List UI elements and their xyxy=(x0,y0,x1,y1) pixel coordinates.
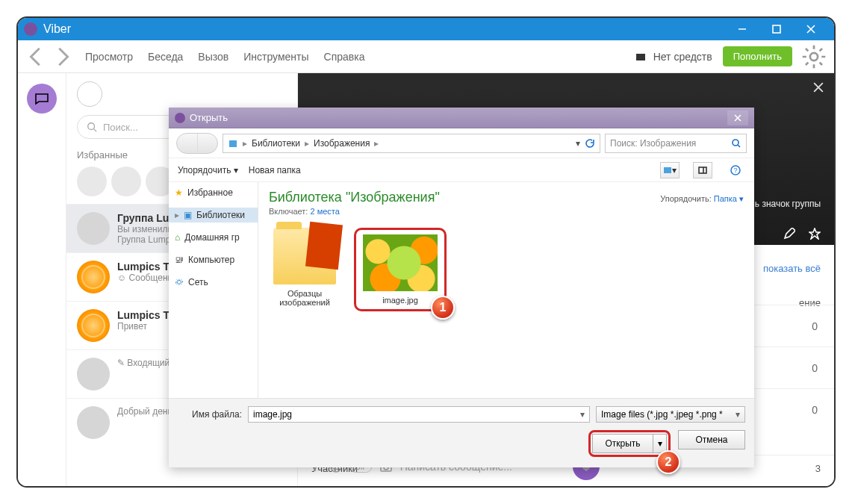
chat-avatar xyxy=(77,309,110,342)
callout-badge-1: 1 xyxy=(431,296,455,320)
library-subtitle: Включает: 2 места xyxy=(269,207,744,216)
arrange-by[interactable]: Упорядочить: Папка ▾ xyxy=(660,194,744,204)
svg-rect-12 xyxy=(699,167,706,173)
callout-badge-2: 2 xyxy=(656,450,680,474)
dialog-logo-icon xyxy=(175,113,185,123)
svg-point-1 xyxy=(810,52,818,60)
image-thumbnail xyxy=(363,234,438,291)
search-icon xyxy=(731,138,741,149)
folder-icon xyxy=(273,228,336,284)
close-button[interactable] xyxy=(794,18,828,40)
group-icon-hint: ь значок группы xyxy=(755,199,821,209)
settings-button[interactable] xyxy=(801,44,827,69)
topup-button[interactable]: Пополнить xyxy=(723,46,792,66)
nav-libraries[interactable]: ▸▣Библиотеки xyxy=(169,208,258,223)
forward-button[interactable] xyxy=(51,46,73,68)
nav-homegroup[interactable]: ⌂Домашняя гр xyxy=(169,230,258,245)
show-all-link[interactable]: показать всё xyxy=(763,263,821,274)
chat-avatar xyxy=(77,406,110,439)
svg-point-2 xyxy=(88,123,95,130)
open-dropdown[interactable]: ▾ xyxy=(653,435,666,452)
maximize-button[interactable] xyxy=(759,18,794,40)
computer-icon: 🖳 xyxy=(175,255,184,265)
star-icon: ★ xyxy=(175,187,183,198)
dialog-close-button[interactable] xyxy=(727,111,748,125)
address-bar[interactable]: ▸ Библиотеки ▸ Изображения ▸ ▾ xyxy=(223,134,600,153)
nav-history-buttons[interactable] xyxy=(176,133,218,154)
favorite-item[interactable] xyxy=(111,167,141,196)
menu-tools[interactable]: Инструменты xyxy=(243,51,308,63)
nav-computer[interactable]: 🖳Компьютер xyxy=(169,252,258,267)
nav-rail xyxy=(18,73,66,486)
nav-network[interactable]: ⛮Сеть xyxy=(169,275,258,290)
titlebar: Viber xyxy=(18,18,834,40)
new-folder-button[interactable]: Новая папка xyxy=(249,165,301,175)
menu-call[interactable]: Вызов xyxy=(198,51,228,63)
back-button[interactable] xyxy=(25,46,48,68)
svg-text:?: ? xyxy=(733,167,737,174)
edit-icon[interactable] xyxy=(783,228,795,240)
main-toolbar: Просмотр Беседа Вызов Инструменты Справк… xyxy=(18,40,834,73)
cancel-button[interactable]: Отмена xyxy=(678,430,745,449)
chats-tab-icon[interactable] xyxy=(27,84,57,113)
wallet-icon xyxy=(634,50,647,63)
file-open-dialog: Открыть ▸ Библиотеки ▸ Изображения ▸ ▾ П… xyxy=(169,108,754,467)
menu-view[interactable]: Просмотр xyxy=(85,51,133,63)
svg-rect-0 xyxy=(773,25,780,33)
chat-avatar xyxy=(77,212,110,245)
filename-label: Имя файла: xyxy=(178,409,242,420)
menu-help[interactable]: Справка xyxy=(324,51,365,63)
view-mode-button[interactable]: ▾ xyxy=(660,162,680,178)
svg-point-10 xyxy=(733,140,738,146)
svg-rect-11 xyxy=(664,167,671,173)
dialog-search-input[interactable]: Поиск: Изображения xyxy=(605,134,747,153)
nav-tree: ★Избранное ▸▣Библиотеки ⌂Домашняя гр 🖳Ко… xyxy=(169,182,258,398)
favorite-item[interactable] xyxy=(77,167,107,196)
homegroup-icon: ⌂ xyxy=(175,232,180,243)
dialog-title: Открыть xyxy=(190,112,228,123)
window-title: Viber xyxy=(43,22,71,36)
nav-favorites[interactable]: ★Избранное xyxy=(169,185,258,200)
preview-pane-button[interactable] xyxy=(693,162,712,178)
viber-logo-icon xyxy=(24,22,37,36)
svg-rect-9 xyxy=(229,140,237,147)
panel-close-button[interactable] xyxy=(813,82,824,96)
profile-avatar[interactable] xyxy=(77,81,102,107)
organize-button[interactable]: Упорядочить ▾ xyxy=(178,165,238,175)
refresh-icon[interactable] xyxy=(585,138,595,149)
menu-chat[interactable]: Беседа xyxy=(148,51,183,63)
filename-input[interactable]: image.jpg ▾ xyxy=(248,406,590,423)
libraries-icon xyxy=(228,138,238,149)
open-button[interactable]: Открыть ▾ xyxy=(592,434,667,453)
folder-item[interactable]: Образцы изображений xyxy=(269,228,341,311)
chat-avatar xyxy=(77,358,110,391)
file-item-selected[interactable]: image.jpg 1 xyxy=(354,228,447,311)
network-icon: ⛮ xyxy=(175,277,184,287)
minimize-button[interactable] xyxy=(725,18,759,40)
chat-avatar xyxy=(77,261,110,293)
help-button[interactable]: ? xyxy=(726,162,745,178)
wallet-balance: Нет средств xyxy=(634,50,712,63)
star-icon[interactable] xyxy=(809,228,821,240)
search-icon xyxy=(87,122,97,132)
libraries-icon: ▣ xyxy=(184,210,192,220)
file-type-filter[interactable]: Image files (*.jpg *.jpeg *.png *▾ xyxy=(596,406,745,423)
participants-count: 3 xyxy=(815,463,821,474)
